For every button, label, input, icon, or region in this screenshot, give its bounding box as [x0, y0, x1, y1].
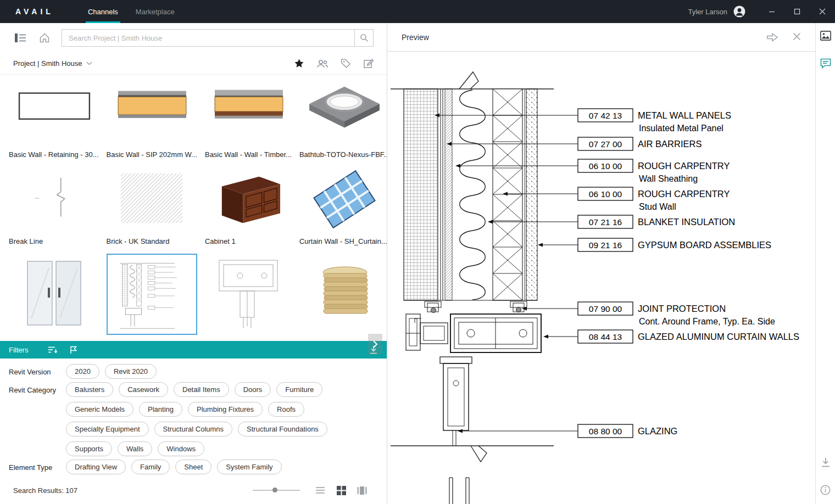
filter-chip[interactable]: Doors [235, 382, 271, 397]
asset-card[interactable]: Curtain Wall - SH_Curtain... [299, 167, 387, 246]
asset-card[interactable] [9, 254, 99, 341]
preview-side-rail [815, 23, 835, 504]
edit-icon[interactable] [363, 58, 374, 69]
thumbnail-glass-doors [9, 254, 99, 335]
wall-section-drawing: 07 42 13 METAL WALL PANELS Insulated Met… [387, 52, 815, 504]
filter-group-revit-category: Revit Category Balusters Casework Detail… [9, 382, 378, 456]
metal-panel-layer [404, 89, 438, 300]
asset-card-selected[interactable] [107, 254, 197, 341]
asset-card[interactable]: Basic Wall - Retaining - 30... [9, 80, 99, 159]
asset-card[interactable]: Basic Wall - SIP 202mm W... [107, 80, 197, 159]
filters-bar: Filters [0, 341, 387, 359]
search-results-count: Search Results: 107 [13, 486, 77, 495]
comments-tab[interactable] [820, 58, 831, 71]
close-preview-icon[interactable] [793, 32, 801, 41]
preview-title: Preview [402, 33, 429, 42]
asset-label: Curtain Wall - SH_Curtain... [299, 237, 387, 245]
app-window: AVAIL Channels Marketplace Tyler Larson [0, 0, 835, 504]
insulation-squiggle [460, 90, 486, 300]
filter-chip[interactable]: Windows [158, 441, 204, 456]
filter-chip[interactable]: Balusters [66, 382, 113, 397]
thumbnail-curtain-wall [299, 167, 387, 232]
scroll-next-button[interactable] [368, 334, 382, 355]
mullion-continuation [449, 478, 469, 504]
filter-chip[interactable]: Drafting View [66, 460, 126, 474]
asset-card[interactable]: Break Line [9, 167, 99, 246]
asset-card[interactable]: Brick - UK Standard [107, 167, 197, 246]
search-box [62, 29, 374, 47]
filter-chip[interactable]: Furniture [276, 382, 322, 397]
filter-chip[interactable]: Casework [119, 382, 168, 397]
filter-chip[interactable]: Sheet [175, 460, 211, 474]
callout-gypsum-board: 09 21 16 GYPSUM BOARD ASSEMBLIES [538, 238, 771, 251]
asset-card[interactable]: Cabinet 1 [205, 167, 292, 246]
forward-arrow-icon[interactable] [766, 32, 778, 42]
filter-chip[interactable]: Detail Items [174, 382, 229, 397]
tab-channels[interactable]: Channels [79, 0, 127, 23]
filter-group-label: Revit Version [9, 364, 66, 379]
sheathing-layer [445, 89, 452, 300]
filter-chip[interactable]: Roofs [268, 402, 304, 417]
filter-chip[interactable]: Planting [139, 402, 182, 417]
filter-chip[interactable]: Structural Foundations [238, 422, 327, 436]
download-asset-button[interactable] [821, 457, 831, 469]
favorite-star-icon[interactable] [294, 58, 304, 69]
shared-users-icon[interactable] [316, 59, 329, 69]
thumbnail-break-line [9, 167, 99, 232]
thumbnail-bathtub [299, 80, 387, 145]
frame-bracket [406, 314, 448, 350]
thumbnail-brick [107, 167, 197, 232]
joint-gasket-left [431, 308, 436, 313]
callout-blanket-insulation: 07 21 16 BLANKET INSULATION [488, 215, 735, 228]
filter-chip[interactable]: Plumbing Fixtures [188, 402, 263, 417]
asset-grid: Basic Wall - Retaining - 30... Basic Wal… [0, 75, 387, 341]
filter-chip[interactable]: System Family [217, 460, 281, 474]
filter-chip[interactable]: Walls [118, 441, 152, 456]
search-button[interactable] [354, 30, 373, 46]
channel-list-icon[interactable] [13, 31, 27, 45]
asset-card[interactable] [299, 254, 387, 341]
filter-chip[interactable]: Family [131, 460, 170, 474]
filter-chip[interactable]: Structural Columns [154, 422, 233, 436]
filter-chip[interactable]: Specialty Equipment [66, 422, 149, 436]
list-view-icon[interactable] [314, 484, 326, 496]
callout-air-barriers: 07 27 00 AIR BARRIERS [447, 137, 702, 150]
thumbnail-size-slider[interactable] [253, 490, 300, 491]
callout-code: 06 10 00 [589, 161, 622, 171]
callout-code: 07 27 00 [589, 139, 622, 149]
thumbnail-window-detail [205, 254, 292, 335]
gypsum-layer [526, 89, 537, 300]
user-avatar-icon[interactable] [733, 5, 746, 18]
minimize-button[interactable] [759, 0, 784, 23]
tab-marketplace[interactable]: Marketplace [127, 0, 183, 23]
slider-handle[interactable] [272, 488, 277, 492]
image-preview-tab[interactable] [820, 31, 831, 43]
maximize-button[interactable] [784, 0, 810, 23]
search-input[interactable] [62, 30, 354, 46]
asset-label: Brick - UK Standard [107, 237, 197, 245]
filter-chip[interactable]: Revit 2020 [105, 364, 157, 379]
project-selector[interactable]: Project | Smith House [13, 59, 92, 68]
project-selector-label: Project | Smith House [13, 59, 82, 68]
asset-label: Break Line [9, 237, 99, 245]
filter-sort-icon[interactable] [48, 346, 58, 354]
info-button[interactable] [820, 485, 831, 497]
card-view-icon[interactable] [356, 484, 368, 496]
callout-subtitle: Wall Sheathing [639, 174, 698, 183]
filter-chip[interactable]: 2020 [66, 364, 99, 379]
home-icon[interactable] [37, 31, 52, 45]
filter-chip[interactable]: Supports [66, 441, 112, 456]
asset-card[interactable]: Bathtub-TOTO-Nexus-FBF... [299, 80, 387, 159]
asset-card[interactable] [205, 254, 292, 341]
close-button[interactable] [810, 0, 835, 23]
callout-title: GYPSUM BOARD ASSEMBLIES [638, 240, 771, 250]
asset-card[interactable]: Basic Wall - Wall - Timber... [205, 80, 292, 159]
filter-group-revit-version: Revit Version 2020 Revit 2020 [9, 364, 378, 379]
chevron-down-icon [86, 61, 92, 65]
callout-code: 07 90 00 [589, 304, 622, 313]
tag-icon[interactable] [341, 58, 351, 69]
flag-icon[interactable] [70, 346, 77, 354]
grid-view-icon[interactable] [335, 484, 347, 496]
filter-chip[interactable]: Generic Models [66, 402, 133, 417]
project-row: Project | Smith House [0, 53, 387, 75]
